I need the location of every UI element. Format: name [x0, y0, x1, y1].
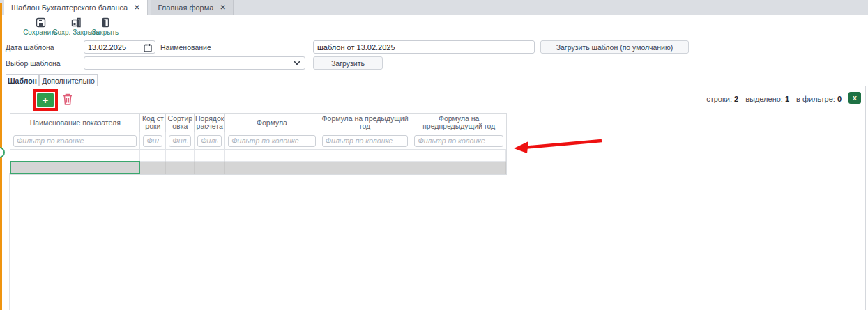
plus-icon: +: [43, 95, 49, 105]
filter-input-calc-order[interactable]: [197, 135, 222, 147]
grid-cell[interactable]: [411, 149, 506, 161]
tab-template-label: Шаблон: [8, 77, 37, 85]
grid-header-row: Наименование показателя Код строки Сорти…: [10, 114, 506, 132]
table-row[interactable]: [10, 149, 506, 161]
filter-input-sort[interactable]: [169, 135, 191, 147]
filter-input-formula-prev-prev-year[interactable]: [414, 135, 503, 147]
name-label: Наименование: [160, 43, 211, 52]
column-header-formula-prev-prev-year[interactable]: Формула на предпредыдущий год: [411, 114, 506, 132]
excel-icon: X: [853, 95, 857, 102]
template-select[interactable]: [84, 56, 305, 70]
grid-cell[interactable]: [140, 161, 166, 174]
trash-icon: [61, 93, 74, 107]
tab-additional[interactable]: Дополнительно: [39, 74, 98, 86]
window-tab-bar: Шаблон Бухгалтерского баланса ✕ Главная …: [0, 0, 868, 15]
filter-input-name[interactable]: [13, 135, 137, 147]
table-row-selected[interactable]: [10, 161, 506, 174]
grid-cell[interactable]: [195, 149, 225, 161]
grid-cell[interactable]: [195, 161, 225, 174]
grid-cell[interactable]: [319, 149, 412, 161]
side-panel-handle[interactable]: [0, 147, 5, 158]
column-header-row-code[interactable]: Код строки: [140, 114, 166, 132]
window-tab-label: Главная форма: [158, 3, 214, 12]
grid-left-border-line: [9, 173, 10, 310]
grid-cell[interactable]: [411, 161, 506, 174]
close-button[interactable]: Закрыть: [88, 17, 123, 39]
status-filtered: в фильтре: 0: [796, 95, 842, 104]
template-select-label: Выбор шаблона: [6, 59, 61, 68]
save-close-icon: [71, 17, 82, 29]
selected-grid-cell[interactable]: [10, 161, 140, 174]
app-window: Шаблон Бухгалтерского баланса ✕ Главная …: [0, 0, 868, 319]
chevron-down-icon: [294, 61, 300, 65]
grid-status-bar: строки: 2 выделено: 1 в фильтре: 0: [697, 95, 842, 104]
grid-cell[interactable]: [319, 161, 412, 174]
close-button-label: Закрыть: [92, 29, 119, 36]
grid-cell[interactable]: [166, 149, 195, 161]
filter-input-row-code[interactable]: [143, 135, 162, 147]
filter-input-formula-prev-year[interactable]: [322, 135, 409, 147]
load-button-label: Загрузить: [331, 59, 365, 68]
column-header-formula-prev-year[interactable]: Формула на предыдущий год: [319, 114, 412, 132]
column-header-sort[interactable]: Сортировка▲: [166, 114, 195, 132]
grid-cell[interactable]: [225, 161, 319, 174]
sort-asc-icon: ▲: [188, 116, 192, 124]
window-tab-label: Шаблон Бухгалтерского баланса: [11, 3, 128, 12]
status-selected: выделено: 1: [745, 95, 789, 104]
grid-cell[interactable]: [166, 161, 195, 174]
window-tab-balance-template[interactable]: Шаблон Бухгалтерского баланса ✕: [4, 0, 148, 15]
grid-filter-row: [10, 132, 506, 149]
grid-cell[interactable]: [140, 149, 166, 161]
template-date-label: Дата шаблона: [6, 43, 54, 52]
name-input[interactable]: [313, 40, 535, 54]
status-rows: строки: 2: [706, 95, 738, 104]
column-header-name[interactable]: Наименование показателя: [10, 114, 140, 132]
delete-row-button[interactable]: [61, 93, 74, 107]
close-icon[interactable]: ✕: [134, 3, 139, 11]
load-button[interactable]: Загрузить: [313, 56, 383, 70]
save-icon: [36, 17, 46, 29]
grid-cell[interactable]: [10, 149, 140, 161]
tab-additional-label: Дополнительно: [42, 77, 95, 85]
calendar-icon[interactable]: [144, 42, 152, 55]
window-tab-main-form[interactable]: Главная форма ✕: [151, 0, 234, 15]
column-header-calc-order[interactable]: Порядок расчета: [195, 114, 225, 132]
filter-input-formula[interactable]: [228, 135, 316, 147]
column-header-formula[interactable]: Формула: [225, 114, 319, 132]
load-default-template-button[interactable]: Загрузить шаблон (по умолчанию): [540, 40, 689, 54]
tab-template[interactable]: Шаблон: [6, 74, 39, 86]
add-row-button[interactable]: +: [37, 93, 54, 107]
template-grid: Наименование показателя Код строки Сорти…: [10, 113, 507, 175]
load-default-template-label: Загрузить шаблон (по умолчанию): [556, 43, 673, 52]
main-toolbar: Сохранить Сохр. Закрыть Закрыть: [0, 16, 868, 40]
grid-cell[interactable]: [225, 149, 319, 161]
export-excel-button[interactable]: X: [848, 92, 861, 104]
close-window-icon: [100, 17, 111, 29]
close-icon[interactable]: ✕: [220, 3, 225, 11]
